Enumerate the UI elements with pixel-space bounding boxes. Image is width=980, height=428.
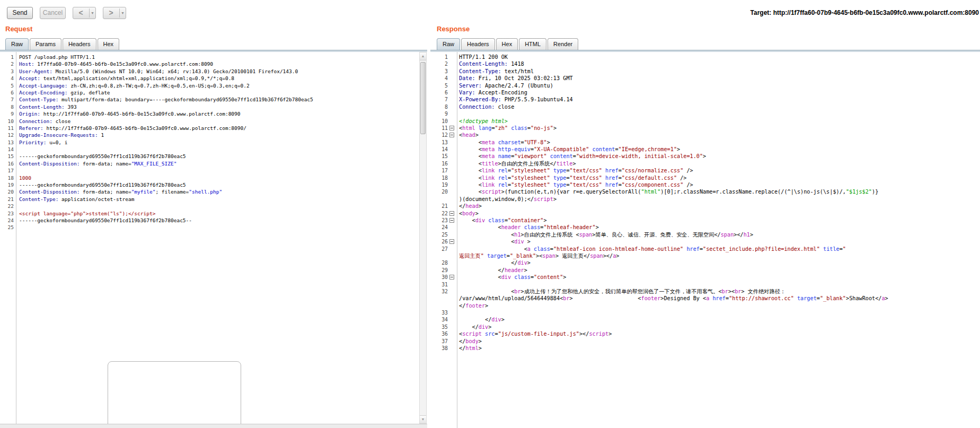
line-number: 19	[0, 181, 14, 188]
fold-toggle-icon[interactable]	[449, 211, 454, 216]
response-line: 26 <div >	[430, 238, 980, 245]
response-line: 29 </header>	[430, 267, 980, 274]
tab-hex[interactable]: Hex	[98, 38, 120, 50]
request-line: 25	[0, 224, 427, 231]
code-text: )(document,window,0);</script>	[459, 196, 557, 203]
line-number: 26	[430, 238, 448, 245]
line-number: 23	[0, 210, 14, 217]
back-arrow-icon[interactable]: <	[73, 7, 89, 19]
line-number: 30	[430, 274, 448, 281]
tab-params[interactable]: Params	[30, 38, 61, 50]
fold-toggle-icon[interactable]	[449, 275, 454, 279]
code-text: <script language="php">ststem("ls");</sc…	[19, 210, 155, 217]
request-scrollbar[interactable]: ▲ ▼	[419, 52, 427, 424]
line-number: 11	[430, 125, 448, 132]
line-number: 27	[430, 246, 448, 252]
tab-raw[interactable]: Raw	[5, 38, 29, 50]
code-text: <meta http-equiv="X-UA-Compatible" conte…	[459, 146, 680, 153]
back-button[interactable]: < ▼	[73, 7, 96, 19]
forward-dropdown-icon[interactable]: ▼	[120, 7, 126, 19]
response-editor[interactable]: 1HTTP/1.1 200 OK2Content-Length: 14183Co…	[430, 52, 980, 428]
code-text: <script>(function(e,t,n){var r=e.querySe…	[459, 188, 878, 195]
code-text: <h1>自由的文件上传系统 <span>简单、良心、诚信、开源、免费、安全、无限…	[459, 231, 753, 238]
forward-button[interactable]: > ▼	[103, 7, 126, 19]
response-line: 27 <a class="htmleaf-icon icon-htmleaf-h…	[430, 246, 980, 252]
code-text: ------geckoformboundaryd69550e7ff1cd119b…	[19, 217, 192, 224]
scroll-up-icon[interactable]: ▲	[420, 53, 426, 60]
response-tab-bar: RawHeadersHexHTMLRender	[437, 38, 578, 50]
send-button[interactable]: Send	[7, 7, 33, 19]
line-number: 36	[430, 330, 448, 337]
code-text: Upgrade-Insecure-Requests: 1	[19, 132, 104, 138]
request-line: 3User-Agent: Mozilla/5.0 (Windows NT 10.…	[0, 68, 427, 75]
response-line: 7X-Powered-By: PHP/5.5.9-1ubuntu4.14	[430, 96, 980, 103]
request-line: 24------geckoformboundaryd69550e7ff1cd11…	[0, 217, 427, 224]
code-text: <br>成功上传！为了您和他人的安全，我们简单的帮您润色了一下文件，请不用客气。…	[459, 288, 785, 295]
response-line: 35 </div>	[430, 324, 980, 330]
line-number: 22	[430, 210, 448, 217]
tab-band	[430, 50, 980, 52]
code-text: Vary: Accept-Encoding	[459, 89, 527, 96]
request-title: Request	[5, 25, 32, 33]
response-line: 4Date: Fri, 10 Oct 2025 03:02:13 GMT	[430, 75, 980, 82]
fold-toggle-icon[interactable]	[449, 133, 454, 137]
line-number: 29	[430, 267, 448, 274]
code-text: Accept: text/html,application/xhtml+xml,…	[19, 75, 234, 82]
tab-render[interactable]: Render	[548, 38, 578, 50]
line-number: 25	[430, 231, 448, 238]
response-line: 24 <header class="htmleaf-header">	[430, 224, 980, 231]
line-number: 6	[0, 89, 14, 96]
code-text: <meta name="viewport" content="width=dev…	[459, 153, 706, 160]
request-line: 11Referer: http://1f7ffa60-07b9-4645-b6f…	[0, 125, 427, 132]
cancel-button[interactable]: Cancel	[40, 7, 66, 19]
code-text: Content-Type: multipart/form-data; bound…	[19, 96, 313, 103]
line-number: 21	[430, 203, 448, 209]
line-number: 21	[0, 196, 14, 203]
line-number: 15	[0, 153, 14, 160]
line-number: 6	[430, 89, 448, 96]
request-line: 22	[0, 203, 427, 209]
line-number: 8	[430, 103, 448, 110]
response-line: 19 <link rel="stylesheet" type="text/css…	[430, 181, 980, 188]
response-line: 16 <title>自由的文件上传系统</title>	[430, 160, 980, 167]
request-line: 19------geckoformboundaryd69550e7ff1cd11…	[0, 181, 427, 188]
response-line: 36<script src="js/custom-file-input.js">…	[430, 330, 980, 337]
forward-arrow-icon[interactable]: >	[103, 7, 119, 19]
request-line: 12Upgrade-Insecure-Requests: 1	[0, 132, 427, 138]
code-text: Content-Type: text/html	[459, 68, 534, 75]
back-dropdown-icon[interactable]: ▼	[90, 7, 95, 19]
scroll-down-icon[interactable]: ▼	[420, 415, 426, 423]
code-text: Date: Fri, 10 Oct 2025 03:02:13 GMT	[459, 75, 573, 82]
tab-headers[interactable]: Headers	[63, 38, 96, 50]
line-number: 5	[430, 82, 448, 89]
code-text: <header class="htmleaf-header">	[459, 224, 599, 231]
response-line: 23 <div class="container">	[430, 217, 980, 224]
code-text: 1000	[19, 174, 31, 181]
line-number: 12	[430, 132, 448, 138]
tab-raw[interactable]: Raw	[437, 38, 460, 50]
editor-bottom-bar	[0, 424, 427, 428]
line-number: 7	[0, 96, 14, 103]
fold-toggle-icon[interactable]	[449, 239, 454, 244]
search-popup[interactable]	[108, 361, 241, 428]
response-line: 2Content-Length: 1418	[430, 60, 980, 67]
response-line: 32 <br>成功上传！为了您和他人的安全，我们简单的帮您润色了一下文件，请不用…	[430, 288, 980, 295]
line-number: 10	[0, 118, 14, 125]
tab-hex[interactable]: Hex	[496, 38, 518, 50]
line-number: 4	[430, 75, 448, 82]
line-number: 14	[0, 146, 14, 153]
code-text: Connection: close	[19, 118, 70, 125]
scrollbar-thumb[interactable]	[420, 62, 426, 134]
line-number: 14	[430, 146, 448, 153]
line-number: 17	[430, 167, 448, 174]
fold-toggle-icon[interactable]	[449, 218, 454, 223]
request-line: 15------geckoformboundaryd69550e7ff1cd11…	[0, 153, 427, 160]
line-number: 4	[0, 75, 14, 82]
code-text: <body>	[459, 210, 479, 217]
response-line: </footer>	[430, 302, 980, 309]
tab-headers[interactable]: Headers	[461, 38, 495, 50]
fold-toggle-icon[interactable]	[449, 126, 454, 130]
response-line: 30 <div class="content">	[430, 274, 980, 281]
tab-html[interactable]: HTML	[519, 38, 546, 50]
request-line: 5Accept-Language: zh-CN,zh;q=0.8,zh-TW;q…	[0, 82, 427, 89]
